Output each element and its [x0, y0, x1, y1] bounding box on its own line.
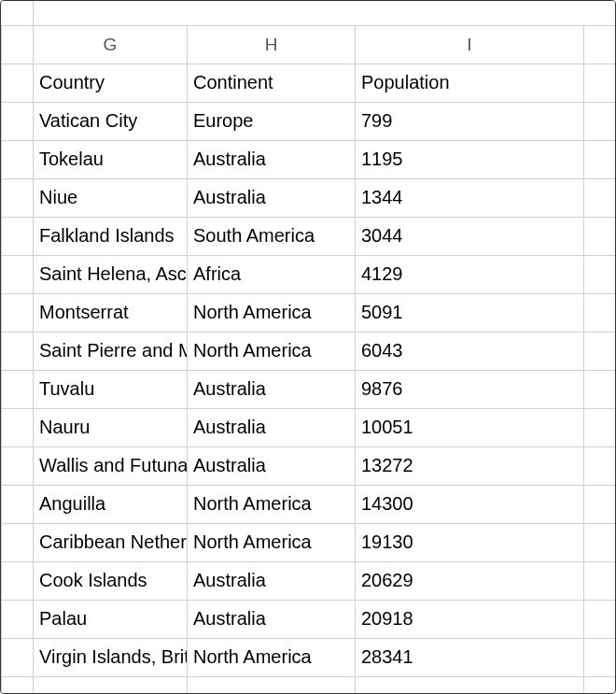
cell-population[interactable]: 3044: [356, 217, 584, 255]
col-header-h[interactable]: H: [188, 25, 356, 64]
cell-continent[interactable]: North America: [188, 523, 356, 561]
cell-continent[interactable]: Europe: [188, 102, 356, 140]
cell-continent[interactable]: North America: [188, 293, 356, 332]
spreadsheet-grid[interactable]: G H I Country Continent Population Vatic…: [1, 1, 616, 694]
cell[interactable]: [584, 217, 617, 255]
cell-continent[interactable]: North America: [188, 638, 356, 676]
col-header-i[interactable]: I: [356, 25, 584, 64]
table-row: Tokelau Australia 1195: [2, 140, 617, 178]
row-number[interactable]: [2, 561, 34, 600]
cell-continent[interactable]: [188, 676, 356, 694]
cell-country[interactable]: [34, 676, 188, 694]
cell-country[interactable]: Palau: [34, 600, 188, 638]
cell-population[interactable]: 10051: [356, 408, 584, 446]
table-row: Saint Pierre and Miquelon North America …: [2, 332, 617, 370]
cell-population[interactable]: 20629: [356, 561, 584, 600]
cell-continent[interactable]: Australia: [188, 140, 356, 178]
cell-continent[interactable]: Australia: [188, 408, 356, 446]
cell-country[interactable]: Cook Islands: [34, 561, 188, 600]
row-number[interactable]: [2, 485, 34, 523]
cell-population[interactable]: 5091: [356, 293, 584, 332]
table-row: Anguilla North America 14300: [2, 485, 617, 523]
cell[interactable]: [584, 561, 617, 600]
table-row: Niue Australia 1344: [2, 178, 617, 217]
cell-country[interactable]: Tuvalu: [34, 370, 188, 408]
cell-continent[interactable]: South America: [188, 217, 356, 255]
col-header-g[interactable]: G: [34, 25, 188, 64]
cell-population[interactable]: 9876: [356, 370, 584, 408]
cell[interactable]: [584, 638, 617, 676]
cell[interactable]: [584, 485, 617, 523]
cell[interactable]: [584, 178, 617, 217]
cell[interactable]: Population: [356, 64, 584, 102]
cell-population[interactable]: 19130: [356, 523, 584, 561]
row-number[interactable]: [2, 332, 34, 370]
cell[interactable]: [584, 600, 617, 638]
cell-country[interactable]: Nauru: [34, 408, 188, 446]
cell[interactable]: [584, 523, 617, 561]
row-number[interactable]: [2, 523, 34, 561]
cell-continent[interactable]: North America: [188, 332, 356, 370]
cell[interactable]: [584, 102, 617, 140]
cell-country[interactable]: Montserrat: [34, 293, 188, 332]
cell-country[interactable]: Virgin Islands, British: [34, 638, 188, 676]
cell-country[interactable]: Saint Pierre and Miquelon: [34, 332, 188, 370]
cell-population[interactable]: [356, 676, 584, 694]
cell[interactable]: [584, 408, 617, 446]
cell[interactable]: [584, 446, 617, 485]
cell[interactable]: [584, 64, 617, 102]
table-row: Falkland Islands South America 3044: [2, 217, 617, 255]
col-header-tail[interactable]: [584, 25, 617, 64]
cell-continent[interactable]: Australia: [188, 600, 356, 638]
row-number[interactable]: [2, 638, 34, 676]
row-number[interactable]: [2, 370, 34, 408]
cell-country[interactable]: Wallis and Futuna: [34, 446, 188, 485]
row-number[interactable]: [2, 293, 34, 332]
cell-country[interactable]: Falkland Islands: [34, 217, 188, 255]
corner-cell[interactable]: [2, 25, 34, 64]
cell[interactable]: [584, 255, 617, 293]
row-number[interactable]: [2, 600, 34, 638]
cell[interactable]: Country: [34, 64, 188, 102]
row-number[interactable]: [2, 102, 34, 140]
cell-country[interactable]: Saint Helena, Ascension: [34, 255, 188, 293]
cell[interactable]: Continent: [188, 64, 356, 102]
cell-population[interactable]: 1195: [356, 140, 584, 178]
cell-country[interactable]: Vatican City: [34, 102, 188, 140]
cell-population[interactable]: 28341: [356, 638, 584, 676]
cell-population[interactable]: 13272: [356, 446, 584, 485]
cell-country[interactable]: Niue: [34, 178, 188, 217]
cell-continent[interactable]: Australia: [188, 446, 356, 485]
cell[interactable]: [584, 140, 617, 178]
cell-country[interactable]: Tokelau: [34, 140, 188, 178]
cell[interactable]: [584, 676, 617, 694]
row-number[interactable]: [2, 408, 34, 446]
row-number[interactable]: [2, 217, 34, 255]
cell[interactable]: [584, 332, 617, 370]
cell-continent[interactable]: Australia: [188, 561, 356, 600]
cell-population[interactable]: 20918: [356, 600, 584, 638]
row-number[interactable]: [2, 178, 34, 217]
cell[interactable]: [584, 370, 617, 408]
cell-continent[interactable]: North America: [188, 485, 356, 523]
row-number[interactable]: [2, 64, 34, 102]
cell[interactable]: [584, 293, 617, 332]
row-number[interactable]: [2, 446, 34, 485]
row-number[interactable]: [2, 140, 34, 178]
cell-country[interactable]: Caribbean Netherlands: [34, 523, 188, 561]
row-number[interactable]: [2, 676, 34, 694]
cell-population[interactable]: 799: [356, 102, 584, 140]
cell-population[interactable]: 14300: [356, 485, 584, 523]
cell-country[interactable]: Anguilla: [34, 485, 188, 523]
row-number[interactable]: [2, 255, 34, 293]
cell-population[interactable]: 4129: [356, 255, 584, 293]
cell-continent[interactable]: Australia: [188, 178, 356, 217]
top-gap-row: [2, 1, 617, 25]
corner-cell[interactable]: [2, 1, 34, 25]
cell-continent[interactable]: Australia: [188, 370, 356, 408]
cell-population[interactable]: 6043: [356, 332, 584, 370]
table-row: Montserrat North America 5091: [2, 293, 617, 332]
cell-continent[interactable]: Africa: [188, 255, 356, 293]
cell-population[interactable]: 1344: [356, 178, 584, 217]
table-row: Cook Islands Australia 20629: [2, 561, 617, 600]
